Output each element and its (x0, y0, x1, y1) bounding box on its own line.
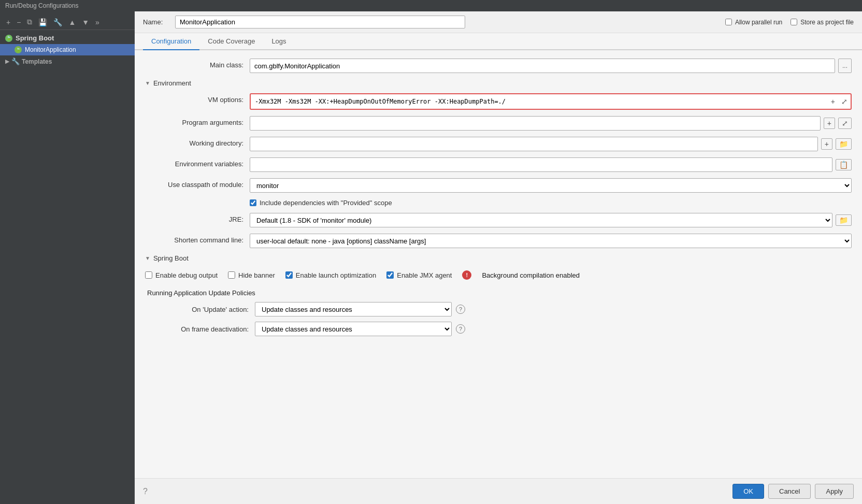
enable-jmx-label[interactable]: Enable JMX agent (386, 271, 452, 279)
sidebar: + − ⧉ 💾 🔧 ▲ ▼ » 🍃 Spring Boot 🍃 MonitorA… (0, 11, 135, 504)
settings-button[interactable]: 🔧 (51, 17, 64, 27)
run-debug-configurations-window: Run/Debug Configurations + − ⧉ 💾 🔧 ▲ ▼ »… (0, 0, 862, 504)
running-update-title: Running Application Update Policies (145, 289, 852, 297)
bg-compilation-text: Background compilation enabled (482, 271, 580, 279)
tab-code-coverage[interactable]: Code Coverage (199, 33, 263, 50)
environment-section-header[interactable]: ▼ Environment (145, 79, 852, 87)
spring-boot-section: ▼ Spring Boot Enable debug output Hide b… (145, 254, 852, 336)
classpath-dropdown[interactable]: monitor (250, 178, 852, 193)
program-args-expand[interactable]: + (824, 118, 835, 129)
expand-icon: ▶ (5, 59, 9, 64)
main-class-input[interactable] (250, 59, 835, 73)
working-dir-input[interactable] (250, 137, 818, 151)
spring-boot-section-label: Spring Boot (153, 254, 189, 262)
store-project-checkbox-label[interactable]: Store as project file (791, 19, 854, 26)
enable-debug-label[interactable]: Enable debug output (145, 271, 218, 279)
vm-expand-button[interactable]: + (828, 96, 838, 107)
help-button[interactable]: ? (143, 487, 148, 496)
sidebar-monitor-label: MonitorApplication (25, 46, 76, 53)
sidebar-templates-label: Templates (22, 58, 52, 65)
hide-banner-checkbox[interactable] (228, 271, 235, 279)
shorten-cmd-field: user-local default: none - java [options… (250, 234, 852, 248)
top-checkboxes: Allow parallel run Store as project file (725, 19, 854, 26)
apply-button[interactable]: Apply (815, 484, 854, 499)
program-args-fullscreen[interactable]: ⤢ (838, 118, 852, 129)
wrench-icon: 🔧 (11, 57, 20, 65)
enable-launch-checkbox[interactable] (285, 271, 293, 279)
include-deps-label[interactable]: Include dependencies with "Provided" sco… (250, 199, 392, 207)
name-row: Name: (143, 16, 717, 28)
store-project-checkbox[interactable] (791, 19, 797, 25)
name-input[interactable] (175, 16, 465, 28)
vm-options-input[interactable] (251, 94, 828, 109)
on-update-label: On 'Update' action: (145, 306, 249, 313)
title-text: Run/Debug Configurations (5, 2, 78, 9)
environment-section-label: Environment (153, 79, 191, 87)
jre-row: JRE: Default (1.8 - SDK of 'monitor' mod… (145, 213, 852, 227)
enable-launch-label[interactable]: Enable launch optimization (285, 271, 376, 279)
env-vars-input[interactable] (250, 157, 832, 172)
include-deps-field: Include dependencies with "Provided" sco… (250, 199, 852, 207)
sidebar-item-monitor-application[interactable]: 🍃 MonitorApplication (0, 44, 135, 55)
classpath-label: Use classpath of module: (145, 178, 243, 189)
tab-logs[interactable]: Logs (263, 33, 294, 50)
enable-launch-text: Enable launch optimization (296, 271, 376, 279)
allow-parallel-checkbox-label[interactable]: Allow parallel run (725, 19, 782, 26)
shorten-cmd-dropdown[interactable]: user-local default: none - java [options… (250, 234, 852, 248)
env-vars-label: Environment variables: (145, 157, 243, 168)
on-update-row: On 'Update' action: Update classes and r… (145, 302, 852, 316)
spring-boot-arrow-icon: ▼ (145, 255, 150, 261)
jre-browse[interactable]: 📁 (836, 214, 852, 226)
cancel-button[interactable]: Cancel (768, 484, 811, 499)
program-args-row: Program arguments: + ⤢ (145, 116, 852, 131)
move-down-button[interactable]: ▼ (80, 17, 91, 27)
hide-banner-label[interactable]: Hide banner (228, 271, 275, 279)
allow-parallel-checkbox[interactable] (725, 19, 732, 25)
main-class-label: Main class: (145, 59, 243, 69)
move-up-button[interactable]: ▲ (66, 17, 78, 27)
sidebar-toolbar: + − ⧉ 💾 🔧 ▲ ▼ » (0, 15, 135, 30)
env-vars-browse[interactable]: 📋 (836, 159, 852, 170)
classpath-field: monitor (250, 178, 852, 193)
add-config-button[interactable]: + (4, 17, 12, 27)
program-args-input[interactable] (250, 116, 821, 131)
spring-options-row: Enable debug output Hide banner Enable l… (145, 267, 852, 283)
main-class-row: Main class: ... (145, 59, 852, 73)
on-frame-help-icon[interactable]: ? (456, 324, 465, 334)
working-dir-field: + 📁 (250, 137, 852, 151)
title-bar: Run/Debug Configurations (0, 0, 862, 11)
config-content: Main class: ... ▼ Environment VM options… (135, 50, 862, 478)
enable-debug-text: Enable debug output (155, 271, 218, 279)
on-frame-row: On frame deactivation: Update classes an… (145, 322, 852, 336)
jre-dropdown[interactable]: Default (1.8 - SDK of 'monitor' module) (250, 213, 832, 227)
right-panel: Name: Allow parallel run Store as projec… (135, 11, 862, 504)
spring-boot-section-header[interactable]: ▼ Spring Boot (145, 254, 852, 262)
include-deps-text: Include dependencies with "Provided" sco… (260, 199, 392, 207)
on-update-help-icon[interactable]: ? (456, 305, 465, 314)
ok-button[interactable]: OK (732, 484, 764, 499)
tabs: Configuration Code Coverage Logs (135, 33, 862, 50)
top-bar: Name: Allow parallel run Store as projec… (135, 11, 862, 33)
working-dir-browse[interactable]: 📁 (836, 138, 852, 150)
copy-config-button[interactable]: ⧉ (25, 17, 34, 27)
more-button[interactable]: » (93, 17, 102, 27)
vm-fullscreen-button[interactable]: ⤢ (838, 96, 851, 107)
save-config-button[interactable]: 💾 (36, 17, 49, 27)
on-update-dropdown[interactable]: Update classes and resources Hot swap cl… (255, 302, 452, 316)
spring-boot-icon: 🍃 (5, 35, 12, 42)
hide-banner-text: Hide banner (238, 271, 275, 279)
remove-config-button[interactable]: − (15, 17, 23, 27)
include-deps-checkbox[interactable] (250, 199, 256, 206)
enable-debug-checkbox[interactable] (145, 271, 152, 279)
environment-arrow-icon: ▼ (145, 80, 150, 86)
allow-parallel-text: Allow parallel run (735, 19, 782, 26)
sidebar-item-templates[interactable]: ▶ 🔧 Templates (0, 55, 135, 67)
working-dir-expand[interactable]: + (821, 138, 832, 150)
program-args-field: + ⤢ (250, 116, 852, 131)
main-class-browse-button[interactable]: ... (838, 59, 852, 73)
enable-jmx-checkbox[interactable] (386, 271, 394, 279)
on-frame-dropdown[interactable]: Update classes and resources Hot swap cl… (255, 322, 452, 336)
sidebar-item-spring-boot[interactable]: 🍃 Spring Boot (0, 32, 135, 44)
bg-compilation-error-icon: ! (462, 270, 471, 280)
tab-configuration[interactable]: Configuration (143, 33, 199, 50)
